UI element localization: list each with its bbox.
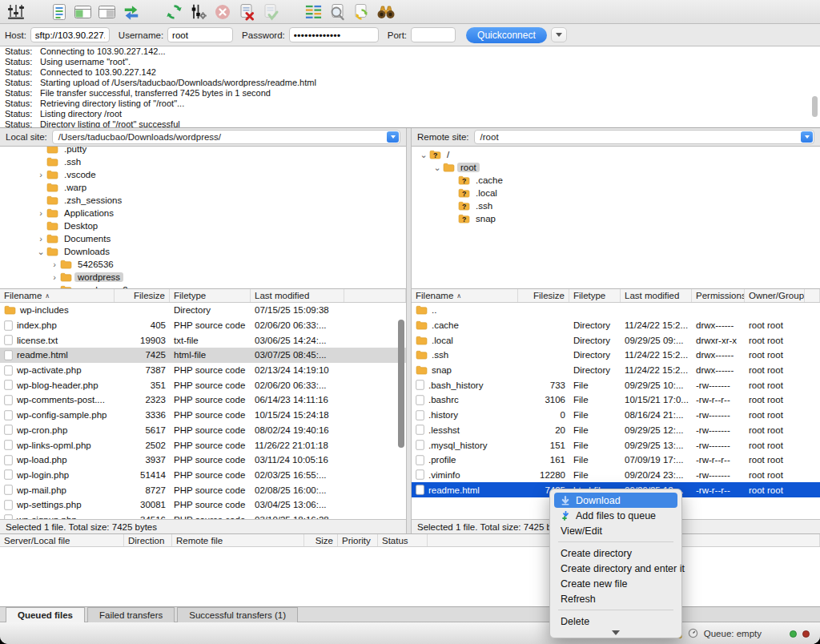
transfer-queue-toggle-button[interactable] [120,2,142,22]
quickconnect-dropdown-button[interactable] [551,27,567,42]
column-header-last-modified[interactable]: Last modified [621,289,692,302]
column-header-filetype[interactable]: Filetype [170,289,251,302]
file-row-bash-history[interactable]: .bash_history733File09/29/25 10:...-rw--… [412,377,820,392]
collapse-icon[interactable]: ⌄ [35,247,46,257]
local-site-dropdown-button[interactable] [387,131,399,143]
file-row-local[interactable]: .localDirectory09/29/25 09:...drwxr-xr-x… [412,332,820,348]
file-row-viminfo[interactable]: .viminfo12280File09/20/24 23:...-rw-----… [412,468,820,483]
file-row-wp-login-php[interactable]: wp-login.php51414PHP source code02/03/25… [0,468,406,483]
cancel-operation-button[interactable] [211,2,233,22]
menu-item-refresh[interactable]: Refresh [554,591,677,606]
file-row-wp-mail-php[interactable]: wp-mail.php8727PHP source code02/08/25 1… [0,482,406,497]
file-row-readme-html[interactable]: readme.html7425html-file03/07/25 08:45:.… [0,348,406,363]
file-row-history[interactable]: .history0File08/16/24 21:...-rw-------ro… [412,408,820,423]
file-row-wp-comments-post[interactable]: wp-comments-post....2323PHP source code0… [0,392,406,408]
expand-icon[interactable]: › [35,208,46,218]
column-header-priority[interactable]: Priority [338,534,378,546]
column-header-filesize[interactable]: Filesize [518,289,569,302]
tree-item-warp[interactable]: .warp [0,181,406,194]
menu-item-download[interactable]: Download [554,493,677,508]
file-row-wp-links-opml-php[interactable]: wp-links-opml.php2502PHP source code11/2… [0,437,406,453]
tree-item-root[interactable]: ⌄root [412,161,820,174]
directory-comparison-button[interactable] [303,2,324,22]
file-row-wp-includes[interactable]: wp-includesDirectory07/15/25 15:09:38 [0,303,406,318]
column-header-direction[interactable]: Direction [124,534,172,546]
tab-successful-transfers-1[interactable]: Successful transfers (1) [177,607,298,622]
host-input[interactable] [30,27,110,42]
file-row-wp-activate-php[interactable]: wp-activate.php7387PHP source code02/13/… [0,363,406,378]
speed-limit-icon[interactable] [688,628,698,640]
expand-icon[interactable]: › [35,234,46,244]
synchronized-browsing-button[interactable] [351,2,372,22]
column-header-filename[interactable]: Filename∧ [0,289,115,302]
port-input[interactable] [411,27,456,42]
file-row-profile[interactable]: .profile161File07/09/19 17:...-rw-r--r--… [412,453,820,468]
tree-item-5426536[interactable]: ›5426536 [0,258,406,271]
file-row-wp-config-sample-php[interactable]: wp-config-sample.php3336PHP source code1… [0,408,406,423]
message-log-toggle-button[interactable] [48,2,70,22]
menu-item-create-new-file[interactable]: Create new file [554,576,677,591]
file-row-mysql-history[interactable]: .mysql_history151File09/29/25 13:...-rw-… [412,437,820,453]
remote-site-combo[interactable]: /root [474,130,814,144]
column-header-filesize[interactable]: Filesize [115,289,170,302]
local-tree-toggle-button[interactable] [72,2,94,22]
process-queue-button[interactable] [187,2,209,22]
remote-tree-toggle-button[interactable] [96,2,118,22]
tree-item-cache[interactable]: ?.cache [412,174,820,187]
pane-splitter[interactable] [406,128,412,533]
column-header-status[interactable]: Status [378,534,428,546]
column-header-permissions[interactable]: Permissions [692,289,745,302]
menu-item-view-edit[interactable]: View/Edit [554,523,677,538]
log-scrollbar-thumb[interactable] [812,96,818,117]
find-files-button[interactable] [327,2,348,22]
column-header-size[interactable]: Size [304,534,338,546]
column-header-filetype[interactable]: Filetype [569,289,621,302]
refresh-button[interactable] [163,2,185,22]
expand-icon[interactable]: › [49,272,60,282]
tree-item-wordpress[interactable]: ›wordpress [0,271,406,284]
file-row-wp-blog-header-php[interactable]: wp-blog-header.php351PHP source code02/0… [0,377,406,392]
local-list-scrollbar-thumb[interactable] [398,320,404,448]
file-search-button[interactable] [375,2,396,22]
file-row-wp-settings-php[interactable]: wp-settings.php30081PHP source code03/04… [0,497,406,513]
file-row-wp-cron-php[interactable]: wp-cron.php5617PHP source code08/02/24 1… [0,423,406,438]
remote-site-dropdown-button[interactable] [801,131,813,143]
menu-item-add-files-to-queue[interactable]: Add files to queue [554,508,677,523]
quickconnect-button[interactable]: Quickconnect [466,27,547,43]
menu-item-create-directory[interactable]: Create directory [554,545,677,561]
file-row-lesshst[interactable]: .lesshst20File09/29/25 12:...-rw-------r… [412,423,820,438]
file-row-bashrc[interactable]: .bashrc3106File10/15/21 17:0...-rw-r--r-… [412,392,820,408]
tree-item-downloads[interactable]: ⌄Downloads [0,245,406,258]
local-site-combo[interactable]: /Users/taducbao/Downloads/wordpress/ [52,130,400,144]
file-row-index-php[interactable]: index.php405PHP source code02/06/20 06:3… [0,318,406,333]
tree-item-snap[interactable]: ?snap [412,212,820,225]
username-input[interactable] [167,27,233,42]
tab-failed-transfers[interactable]: Failed transfers [87,607,175,622]
collapse-icon[interactable]: ⌄ [418,150,429,160]
expand-icon[interactable]: › [49,260,60,269]
password-input[interactable] [289,27,379,42]
tree-item-[interactable]: ⌄?/ [412,148,820,161]
file-row-wp-signup-php[interactable]: wp-signup.php34516PHP source code03/10/2… [0,513,406,519]
menu-scroll-down-button[interactable] [550,629,681,636]
file-row-license-txt[interactable]: license.txt19903txt-file03/06/25 14:24:.… [0,332,406,348]
column-header-remote-file[interactable]: Remote file [172,534,304,546]
tree-item-vscode[interactable]: ›.vscode [0,168,406,181]
tree-item-putty[interactable]: .putty [0,147,406,155]
tree-item-ssh[interactable]: .ssh [0,155,406,168]
collapse-icon[interactable]: ⌄ [432,163,443,173]
tree-item-applications[interactable]: ›Applications [0,207,406,219]
reconnect-button[interactable] [259,2,281,22]
tree-item-local[interactable]: ?.local [412,187,820,199]
tree-item-ssh[interactable]: ?.ssh [412,199,820,212]
file-row-wp-load-php[interactable]: wp-load.php3937PHP source code03/11/24 1… [0,453,406,468]
file-row-ssh[interactable]: .sshDirectory11/24/22 15:2...drwx------r… [412,348,820,363]
expand-icon[interactable]: › [35,170,46,179]
site-manager-button[interactable] [5,2,26,22]
file-row-[interactable]: .. [412,303,820,318]
disconnect-button[interactable] [235,2,257,22]
column-header-filename[interactable]: Filename∧ [412,289,518,302]
file-row-cache[interactable]: .cacheDirectory11/24/22 15:2...drwx-----… [412,318,820,333]
menu-item-delete[interactable]: Delete [554,614,677,629]
tab-queued-files[interactable]: Queued files [6,607,85,622]
